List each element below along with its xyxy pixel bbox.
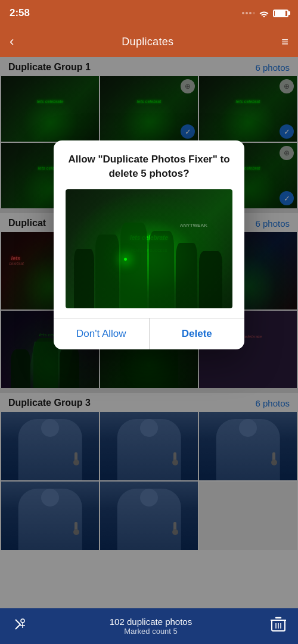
svg-point-0 (21, 619, 24, 623)
trash-button[interactable] (271, 616, 286, 636)
menu-button[interactable]: ≡ (281, 35, 288, 49)
battery-icon (273, 10, 288, 17)
dialog-box: Allow "Duplicate Photos Fixer" to delete… (54, 140, 244, 349)
dialog-content: Allow "Duplicate Photos Fixer" to delete… (54, 140, 244, 308)
nav-bar: ‹ Duplicates ≡ (0, 26, 298, 57)
status-time: 2:58 (10, 7, 30, 19)
dialog-photo: ANYTWEAK lets celebrate YEARS OF SUCCESS (66, 189, 232, 308)
dont-allow-button[interactable]: Don't Allow (54, 318, 149, 349)
delete-button[interactable]: Delete (150, 318, 245, 349)
duplicate-count: 102 duplicate photos (31, 617, 271, 627)
dialog-title: Allow "Duplicate Photos Fixer" to delete… (66, 152, 232, 181)
auto-select-button[interactable] (12, 615, 31, 637)
status-icons (242, 10, 288, 17)
main-content: Duplicate Group 1 6 photos lets celebrat… (0, 57, 298, 608)
toolbar-center: 102 duplicate photos Marked count 5 (31, 617, 271, 636)
marked-count: Marked count 5 (31, 627, 271, 636)
back-button[interactable]: ‹ (10, 34, 14, 49)
signal-icon (242, 12, 255, 14)
bottom-toolbar: 102 duplicate photos Marked count 5 (0, 608, 298, 644)
status-bar: 2:58 (0, 0, 298, 26)
dialog-photo-brand: ANYTWEAK (180, 223, 207, 228)
dialog-buttons: Don't Allow Delete (54, 318, 244, 349)
dialog-overlay: Allow "Duplicate Photos Fixer" to delete… (0, 57, 298, 608)
nav-title: Duplicates (122, 36, 173, 48)
wifi-icon (259, 10, 269, 17)
